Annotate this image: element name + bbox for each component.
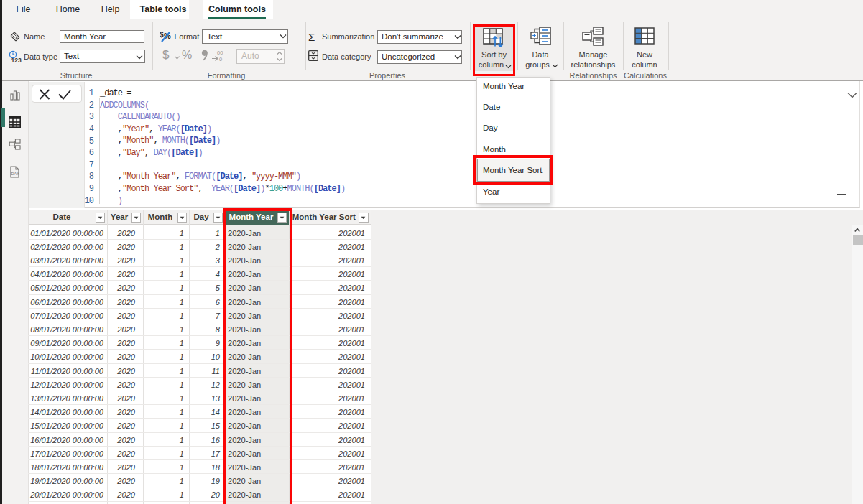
svg-text:123: 123 bbox=[11, 57, 22, 64]
svg-text:DAX: DAX bbox=[11, 172, 20, 176]
svg-text:00: 00 bbox=[217, 50, 223, 56]
svg-text:0: 0 bbox=[219, 56, 222, 62]
